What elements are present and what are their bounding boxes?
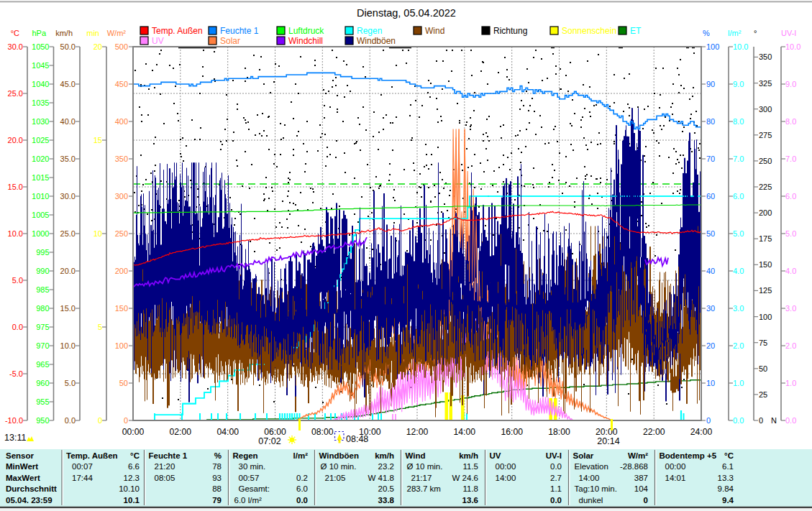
- svg-text:0: 0: [706, 416, 711, 425]
- svg-text:35.0: 35.0: [60, 155, 76, 163]
- svg-text:Wind: Wind: [425, 26, 444, 36]
- svg-text:350: 350: [759, 52, 772, 61]
- svg-text:00:57: 00:57: [239, 474, 260, 482]
- svg-text:40.0: 40.0: [60, 117, 76, 126]
- svg-text:387: 387: [634, 474, 648, 482]
- svg-text:30.0: 30.0: [8, 42, 23, 51]
- svg-text:13.3: 13.3: [718, 474, 734, 482]
- svg-text:1015: 1015: [32, 173, 49, 182]
- svg-text:14:00: 14:00: [454, 427, 476, 437]
- svg-text:05.04. 23:59: 05.04. 23:59: [6, 496, 53, 505]
- svg-text:Solar: Solar: [573, 451, 594, 460]
- svg-text:00:07: 00:07: [72, 462, 93, 471]
- svg-text:25: 25: [759, 390, 767, 399]
- svg-text:Feuchte 1: Feuchte 1: [220, 26, 259, 36]
- svg-text:17:44: 17:44: [72, 474, 93, 482]
- svg-text:0.0: 0.0: [785, 416, 796, 425]
- svg-text:5.0: 5.0: [733, 229, 744, 238]
- svg-text:Regen: Regen: [233, 451, 258, 460]
- svg-text:W 24.6: W 24.6: [452, 474, 478, 482]
- svg-text:50.0: 50.0: [60, 42, 76, 51]
- svg-text:150: 150: [115, 304, 128, 313]
- svg-text:990: 990: [36, 267, 49, 275]
- svg-text:0.2: 0.2: [296, 474, 308, 482]
- svg-text:1.0: 1.0: [785, 379, 796, 387]
- svg-text:9.84: 9.84: [718, 484, 734, 493]
- svg-text:0: 0: [759, 416, 763, 425]
- svg-text:90: 90: [706, 80, 715, 88]
- svg-text:7.0: 7.0: [733, 155, 744, 163]
- svg-text:MinWert: MinWert: [6, 462, 38, 471]
- svg-text:40: 40: [706, 267, 715, 275]
- svg-text:06:00: 06:00: [264, 427, 286, 437]
- svg-text:400: 400: [115, 117, 128, 126]
- svg-text:50: 50: [706, 229, 715, 238]
- svg-text:UV: UV: [152, 36, 164, 46]
- svg-text:1000: 1000: [32, 229, 49, 238]
- svg-text:975: 975: [36, 323, 49, 331]
- svg-text:60: 60: [706, 192, 715, 201]
- svg-text:30: 30: [706, 304, 715, 313]
- svg-text:00:00: 00:00: [496, 462, 516, 471]
- svg-text:7.0: 7.0: [785, 155, 796, 163]
- svg-text:1030: 1030: [32, 117, 49, 126]
- svg-text:88: 88: [212, 484, 222, 493]
- svg-text:225: 225: [759, 183, 772, 191]
- svg-text:275: 275: [759, 131, 772, 139]
- svg-text:1020: 1020: [32, 155, 49, 163]
- svg-text:50: 50: [119, 379, 128, 387]
- svg-text:15: 15: [93, 136, 102, 144]
- svg-text:10.10: 10.10: [119, 484, 140, 493]
- svg-text:5: 5: [98, 323, 102, 331]
- svg-text:0: 0: [98, 416, 102, 425]
- svg-text:14:01: 14:01: [665, 474, 686, 482]
- svg-text:0.0: 0.0: [550, 496, 562, 505]
- svg-text:20.0: 20.0: [8, 136, 23, 144]
- svg-text:°C: °C: [130, 451, 140, 460]
- svg-text:950: 950: [36, 416, 49, 425]
- svg-text:W/m²: W/m²: [628, 451, 648, 460]
- svg-text:250: 250: [759, 157, 772, 165]
- svg-text:14:00: 14:00: [579, 474, 600, 482]
- svg-text:hPa: hPa: [32, 29, 46, 37]
- svg-text:6.0: 6.0: [733, 192, 744, 201]
- svg-text:350: 350: [115, 155, 128, 163]
- svg-text:%: %: [703, 29, 710, 37]
- svg-text:-10.0: -10.0: [5, 416, 23, 425]
- svg-text:15.0: 15.0: [8, 183, 23, 191]
- svg-text:0.0: 0.0: [12, 323, 23, 331]
- svg-text:W 41.8: W 41.8: [368, 474, 394, 482]
- svg-text:Sensor: Sensor: [6, 451, 35, 460]
- svg-text:15.0: 15.0: [60, 304, 76, 313]
- svg-text:1.0: 1.0: [733, 379, 744, 387]
- svg-text:175: 175: [759, 234, 772, 243]
- svg-text:0.0: 0.0: [65, 416, 76, 425]
- svg-text:Ø 10 min.: Ø 10 min.: [321, 462, 357, 471]
- svg-text:04:00: 04:00: [216, 427, 239, 437]
- svg-text:13:11: 13:11: [4, 433, 26, 443]
- svg-text:200: 200: [115, 267, 128, 275]
- svg-text:Windchill: Windchill: [288, 36, 323, 46]
- svg-text:125: 125: [759, 286, 772, 295]
- svg-text:8.0: 8.0: [733, 117, 744, 126]
- svg-text:6.0: 6.0: [785, 192, 796, 201]
- svg-text:2.0: 2.0: [733, 341, 744, 350]
- svg-text:Luftdruck: Luftdruck: [288, 26, 324, 36]
- svg-text:20.0: 20.0: [60, 267, 76, 275]
- svg-text:Bodentemp +5: Bodentemp +5: [660, 451, 717, 460]
- svg-text:9.0: 9.0: [733, 80, 744, 88]
- svg-text:1005: 1005: [32, 211, 49, 219]
- svg-text:Ø 10 min.: Ø 10 min.: [407, 462, 443, 471]
- svg-text:10.0: 10.0: [8, 229, 23, 238]
- svg-text:45.0: 45.0: [60, 80, 76, 88]
- svg-text:5.0: 5.0: [65, 379, 76, 387]
- svg-text:Sonnenschein: Sonnenschein: [562, 26, 616, 36]
- svg-text:150: 150: [759, 260, 772, 269]
- svg-text:10.0: 10.0: [785, 42, 800, 51]
- svg-text:75: 75: [759, 339, 767, 347]
- svg-text:km/h: km/h: [375, 451, 394, 460]
- svg-text:N: N: [771, 416, 777, 425]
- svg-text:km/h: km/h: [459, 451, 478, 460]
- svg-text:500: 500: [115, 42, 128, 51]
- svg-text:9.4: 9.4: [722, 496, 734, 505]
